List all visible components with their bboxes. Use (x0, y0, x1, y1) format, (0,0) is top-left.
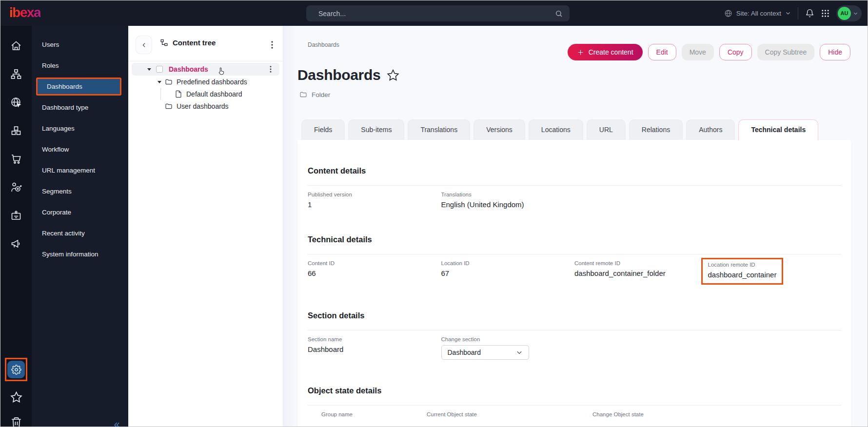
copy-button[interactable]: Copy (719, 44, 752, 60)
tree-item-kebab-icon[interactable] (266, 65, 275, 74)
customer-badge-icon[interactable] (10, 210, 22, 221)
collapse-sidebar-icon[interactable] (113, 421, 120, 427)
create-content-button[interactable]: Create content (568, 44, 643, 60)
sidebar-item-system-information[interactable]: System information (32, 244, 128, 265)
tab-locations[interactable]: Locations (529, 119, 583, 140)
content-tree-title: Content tree (160, 39, 216, 47)
top-bar: ibexa Site: All context AU (0, 0, 868, 26)
avatar: AU (838, 7, 851, 20)
tree-item-checkbox[interactable] (156, 66, 163, 73)
tree-item-default-dashboard[interactable]: Default dashboard (128, 88, 283, 100)
tree-item-user-dashboards[interactable]: User dashboards (128, 100, 283, 112)
trash-icon[interactable] (10, 416, 22, 427)
section-divider (308, 185, 841, 186)
app-window: ibexa Site: All context AU (0, 0, 868, 427)
tree-item-label: Dashboards (169, 65, 208, 73)
commerce-cart-icon[interactable] (10, 153, 22, 165)
section-divider (308, 330, 841, 330)
tree-item-label: User dashboards (177, 102, 229, 110)
chevron-down-icon (516, 349, 523, 356)
product-catalog-icon[interactable] (10, 125, 22, 136)
sidebar-item-dashboard-type[interactable]: Dashboard type (32, 97, 128, 118)
field-location-id: Location ID 67 (441, 260, 575, 285)
object-state-heading: Object state details (308, 386, 841, 395)
tab-fields[interactable]: Fields (301, 119, 345, 140)
site-globe-icon[interactable] (10, 97, 22, 108)
home-icon[interactable] (10, 40, 22, 52)
admin-sidebar: Users Roles Dashboards Dashboard type La… (32, 26, 128, 427)
tab-sub-items[interactable]: Sub-items (348, 119, 404, 140)
globe-icon (724, 9, 732, 18)
content-type-label: Folder (312, 91, 330, 98)
content-tree-body: Dashboards Predefined dashboards Default… (128, 61, 283, 112)
edit-button[interactable]: Edit (648, 44, 676, 60)
title-row: Dashboards (297, 67, 399, 83)
caret-down-icon (157, 79, 162, 84)
caret-down-icon (147, 67, 152, 72)
global-search[interactable] (306, 5, 570, 21)
sidebar-item-workflow[interactable]: Workflow (32, 139, 128, 160)
user-menu[interactable]: AU (836, 5, 862, 21)
file-icon (175, 90, 182, 98)
sidebar-item-url-management[interactable]: URL management (32, 160, 128, 181)
sidebar-item-roles[interactable]: Roles (32, 55, 128, 76)
field-published-version: Published version 1 (308, 192, 441, 209)
tree-options-kebab-icon[interactable] (268, 40, 276, 49)
sidebar-item-users[interactable]: Users (32, 34, 128, 55)
field-translations: Translations English (United Kingdom) (441, 192, 575, 209)
collapse-tree-button[interactable] (136, 36, 152, 54)
technical-details-fields: Content ID 66 Location ID 67 Content rem… (308, 260, 841, 285)
admin-gear-icon[interactable] (7, 361, 25, 378)
tree-guide-line (160, 88, 161, 100)
ibexa-logo[interactable]: ibexa (9, 5, 40, 20)
breadcrumb[interactable]: Dashboards (308, 41, 339, 48)
tree-item-predefined-dashboards[interactable]: Predefined dashboards (128, 76, 283, 88)
tree-item-dashboards[interactable]: Dashboards (132, 63, 279, 76)
topbar-divider (798, 7, 798, 19)
change-section-select[interactable]: Dashboard (441, 345, 529, 360)
content-tree-panel: Content tree Dashboards Predefined dashb… (128, 26, 283, 427)
tab-authors[interactable]: Authors (686, 119, 735, 140)
tab-relations[interactable]: Relations (629, 119, 683, 140)
location-remote-id-highlight-box: Location remote ID dashboard_container (701, 258, 784, 285)
technical-details-heading: Technical details (308, 235, 841, 244)
move-button[interactable]: Move (682, 44, 714, 60)
hide-button[interactable]: Hide (820, 44, 850, 60)
sidebar-item-segments[interactable]: Segments (32, 181, 128, 202)
sidebar-item-corporate[interactable]: Corporate (32, 202, 128, 223)
notifications-bell-icon[interactable] (805, 9, 814, 18)
tree-item-label: Predefined dashboards (177, 78, 247, 86)
tab-url[interactable]: URL (587, 119, 626, 140)
content-type-row: Folder (299, 91, 330, 98)
app-grid-icon[interactable] (821, 9, 829, 18)
promotions-megaphone-icon[interactable] (10, 238, 22, 250)
main-nav-rail (0, 26, 32, 427)
tree-item-label: Default dashboard (186, 90, 242, 98)
tab-versions[interactable]: Versions (473, 119, 525, 140)
section-divider (308, 405, 841, 406)
section-divider (308, 254, 841, 254)
content-tree-icon (160, 39, 168, 47)
section-details-fields: Section name Dashboard Change section Da… (308, 336, 841, 360)
chevron-down-icon (785, 10, 791, 16)
content-structure-icon[interactable] (10, 68, 22, 80)
marketing-target-icon[interactable] (10, 181, 22, 193)
sidebar-item-recent-activity[interactable]: Recent activity (32, 223, 128, 244)
copy-subtree-button[interactable]: Copy Subtree (757, 44, 815, 60)
object-state-columns: Group name Current Object state Change O… (308, 411, 841, 417)
action-buttons: Create content Edit Move Copy Copy Subtr… (568, 44, 850, 60)
site-context-selector[interactable]: Site: All context (724, 9, 791, 18)
tab-translations[interactable]: Translations (408, 119, 470, 140)
field-change-section: Change section Dashboard (441, 336, 575, 360)
sidebar-item-dashboards[interactable]: Dashboards (36, 78, 121, 96)
page-title: Dashboards (297, 67, 380, 83)
search-icon[interactable] (555, 10, 563, 18)
favorite-star-icon[interactable] (387, 69, 399, 81)
chevron-left-icon (141, 42, 147, 48)
tab-technical-details[interactable]: Technical details (738, 119, 818, 140)
bookmarks-star-icon[interactable] (10, 391, 22, 403)
search-input[interactable] (318, 10, 555, 18)
column-group-name: Group name (321, 411, 427, 417)
chevron-down-icon (853, 11, 858, 16)
sidebar-item-languages[interactable]: Languages (32, 118, 128, 139)
